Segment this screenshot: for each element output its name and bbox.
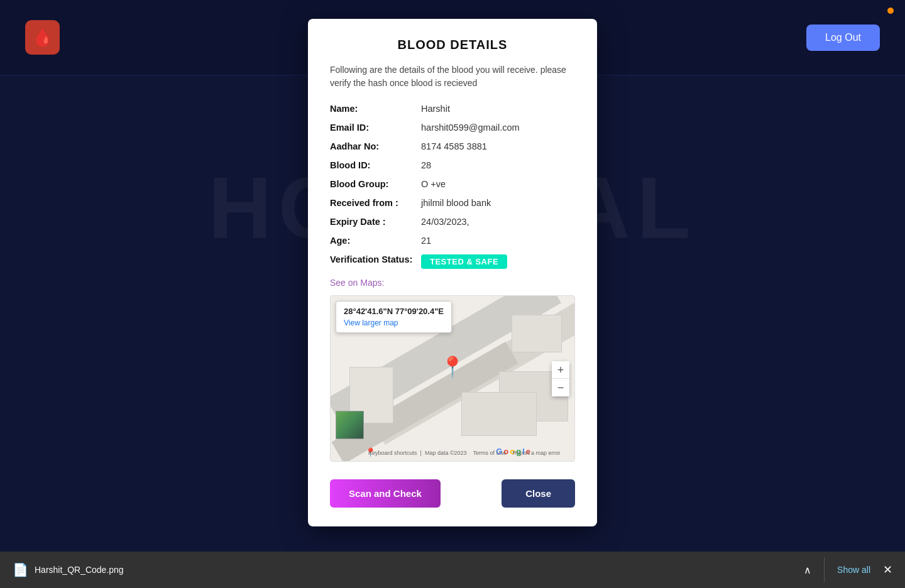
map-data-text: Map data ©2023 — [425, 450, 467, 456]
aadhar-label: Aadhar No: — [330, 141, 421, 151]
zoom-out-button[interactable]: − — [552, 379, 569, 396]
map-building-1 — [512, 315, 562, 352]
email-value: harshit0599@gmail.com — [421, 122, 520, 133]
map-container[interactable]: 📍 + − 📍 G o o g l — [330, 295, 575, 462]
age-value: 21 — [421, 236, 431, 246]
name-value: Harshit — [421, 104, 450, 114]
expiry-date-row: Expiry Date : 24/03/2023, — [330, 217, 575, 227]
modal-buttons: Scan and Check Close — [330, 479, 575, 508]
close-button[interactable]: Close — [502, 479, 575, 508]
received-from-row: Received from : jhilmil blood bank — [330, 198, 575, 208]
verification-badge: TESTED & SAFE — [421, 254, 507, 269]
see-on-maps-label: See on Maps: — [330, 278, 575, 288]
modal-overlay: BLOOD DETAILS Following are the details … — [0, 0, 905, 588]
view-larger-map-link[interactable]: View larger map — [344, 318, 398, 327]
verification-row: Verification Status: TESTED & SAFE — [330, 254, 575, 269]
zoom-in-button[interactable]: + — [552, 361, 569, 379]
blood-id-row: Blood ID: 28 — [330, 160, 575, 170]
scan-and-check-button[interactable]: Scan and Check — [330, 479, 441, 508]
name-label: Name: — [330, 104, 421, 114]
map-pin: 📍 — [440, 355, 465, 379]
terms-of-use: Terms of Use — [473, 450, 506, 456]
modal-title: BLOOD DETAILS — [330, 38, 575, 52]
download-bar: 📄 Harshit_QR_Code.png ∧ Show all ✕ — [0, 552, 905, 588]
blood-details-modal: BLOOD DETAILS Following are the details … — [308, 19, 597, 526]
verification-label: Verification Status: — [330, 254, 421, 269]
email-label: Email ID: — [330, 122, 421, 133]
age-row: Age: 21 — [330, 236, 575, 246]
name-row: Name: Harshit — [330, 104, 575, 114]
map-building-4 — [461, 392, 537, 436]
aadhar-value: 8174 4585 3881 — [421, 141, 487, 151]
keyboard-shortcuts: Keyboard shortcuts — [368, 450, 417, 456]
report-map-error: Report a map error — [512, 450, 560, 456]
blood-id-label: Blood ID: — [330, 160, 421, 170]
blood-group-value: O +ve — [421, 179, 446, 189]
show-all-button[interactable]: Show all — [837, 565, 870, 575]
modal-subtitle: Following are the details of the blood y… — [330, 63, 575, 90]
received-from-label: Received from : — [330, 198, 421, 208]
email-row: Email ID: harshit0599@gmail.com — [330, 122, 575, 133]
download-divider — [824, 557, 825, 582]
map-zoom-controls: + − — [552, 361, 569, 396]
expiry-date-value: 24/03/2023, — [421, 217, 469, 227]
map-info-box: 28°42'41.6"N 77°09'20.4"E View larger ma… — [336, 301, 452, 333]
map-footer-text: Keyboard shortcuts | Map data ©2023 Term… — [368, 450, 560, 456]
map-coordinates: 28°42'41.6"N 77°09'20.4"E — [344, 307, 444, 316]
blood-group-row: Blood Group: O +ve — [330, 179, 575, 189]
received-from-value: jhilmil blood bank — [421, 198, 491, 208]
download-file-name: Harshit_QR_Code.png — [35, 565, 804, 575]
download-chevron-icon[interactable]: ∧ — [804, 564, 811, 576]
file-icon: 📄 — [13, 562, 28, 577]
map-thumbnail — [336, 411, 364, 439]
map-thumbnail-image — [336, 411, 363, 438]
blood-group-label: Blood Group: — [330, 179, 421, 189]
close-download-button[interactable]: ✕ — [883, 563, 892, 577]
age-label: Age: — [330, 236, 421, 246]
expiry-date-label: Expiry Date : — [330, 217, 421, 227]
aadhar-row: Aadhar No: 8174 4585 3881 — [330, 141, 575, 151]
blood-id-value: 28 — [421, 160, 431, 170]
